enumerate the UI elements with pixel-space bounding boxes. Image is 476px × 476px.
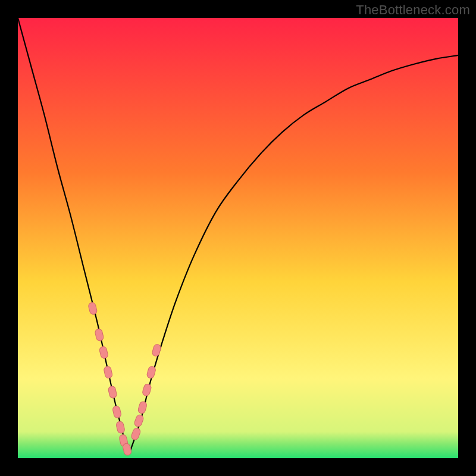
plot-area bbox=[18, 18, 458, 458]
watermark-text: TheBottleneck.com bbox=[356, 2, 470, 18]
chart-svg bbox=[18, 18, 458, 458]
outer-frame: TheBottleneck.com bbox=[0, 0, 476, 476]
gradient-background bbox=[18, 18, 458, 458]
